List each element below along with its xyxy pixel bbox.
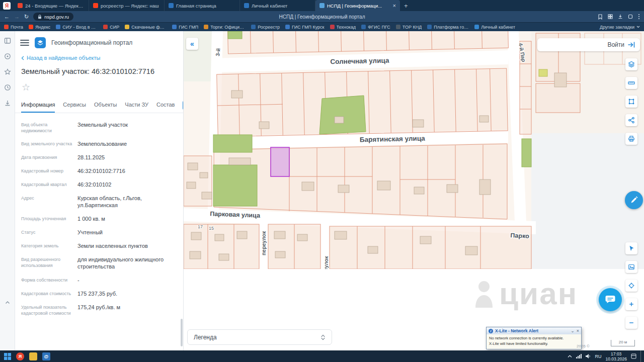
- back-icon[interactable]: ←: [4, 14, 10, 20]
- bookmark-item[interactable]: Скачанные файл...: [125, 25, 167, 30]
- bookmark-item[interactable]: ГИС ГМП: [172, 25, 198, 30]
- share-button[interactable]: [625, 114, 637, 126]
- url-text: nspd.gov.ru: [44, 14, 69, 20]
- map-toolbar-top: [625, 58, 637, 145]
- panel-tab[interactable]: Сервисы: [63, 99, 86, 113]
- network-icon[interactable]: [576, 354, 582, 358]
- panel-tab[interactable]: Части ЗУ: [125, 99, 148, 113]
- draw-button[interactable]: [625, 191, 643, 209]
- show-desktop-strip[interactable]: [640, 350, 643, 362]
- rail-collapse-chevron-icon[interactable]: [4, 299, 11, 306]
- zoom-out-button[interactable]: [625, 317, 637, 329]
- browser-logo-icon[interactable]: Я: [3, 2, 11, 10]
- favorites-star-icon[interactable]: [4, 68, 11, 75]
- panel-tab[interactable]: Информация: [21, 99, 55, 113]
- bookmark-item[interactable]: Личный кабинет: [474, 25, 515, 30]
- info-rows: Вид объекта недвижимости Земельный участ…: [15, 113, 183, 316]
- panel-scrollbar[interactable]: [181, 319, 183, 346]
- layers-button[interactable]: [625, 58, 637, 70]
- cadastral-map[interactable]: Солнечная улица Барятинская улица Парков…: [184, 31, 644, 269]
- measure-button[interactable]: [625, 77, 637, 89]
- back-to-results-link[interactable]: Назад в найденные объекты: [21, 55, 183, 61]
- xlite-alert-window: i X-Lite - Network Alert ⌄ × No network …: [486, 327, 582, 349]
- url-field[interactable]: nspd.gov.ru: [33, 13, 73, 21]
- forward-icon[interactable]: →: [14, 14, 20, 20]
- expand-collapse-icon: [320, 334, 326, 341]
- extensions-icon[interactable]: [628, 14, 633, 19]
- bookmark-item[interactable]: Торги: Официаль...: [204, 25, 246, 30]
- map-scalebar: 20 м: [611, 340, 635, 346]
- chat-support-button[interactable]: [599, 288, 622, 311]
- download-icon[interactable]: [618, 14, 623, 19]
- zoom-in-button[interactable]: [625, 298, 637, 310]
- downloads-icon[interactable]: [4, 100, 11, 107]
- screenshot-button[interactable]: [625, 261, 637, 273]
- panels-icon[interactable]: [4, 37, 11, 44]
- content: Геоинформационный портал Назад в найденн…: [0, 31, 644, 350]
- ruler-icon: [628, 79, 635, 86]
- panel-tab[interactable]: Объекты: [94, 99, 117, 113]
- bookmark-favicon: [285, 25, 290, 29]
- bookmark-item[interactable]: ГИС ГМП Курск: [285, 25, 325, 30]
- bookmark-item[interactable]: Технокад: [330, 25, 356, 30]
- bookmark-item[interactable]: Росреестр: [251, 25, 280, 30]
- info-row: Вид объекта недвижимости Земельный участ…: [21, 121, 176, 134]
- panel-collapse-button[interactable]: «: [186, 38, 198, 50]
- browser-tab[interactable]: росреестр — Яндекс: наш ×: [89, 0, 165, 11]
- bookmark-item[interactable]: ФГИС ПГС: [361, 25, 390, 30]
- start-button-icon[interactable]: [4, 353, 11, 360]
- bookmark-item[interactable]: ТОР КНД: [396, 25, 422, 30]
- menu-dots-icon[interactable]: [638, 14, 640, 20]
- portal-logo-icon[interactable]: [35, 37, 46, 48]
- info-row-label: Кадастровый номер: [21, 167, 72, 174]
- browser-side-rail: [0, 31, 15, 350]
- selected-parcel[interactable]: [271, 147, 289, 176]
- taskbar-app-browser-icon[interactable]: Я: [16, 352, 24, 360]
- taskbar-clock[interactable]: 17:03 10.03.2026: [605, 351, 627, 361]
- bookmark-item[interactable]: Платформа госус: [427, 25, 469, 30]
- xlite-titlebar[interactable]: i X-Lite - Network Alert ⌄ ×: [487, 327, 581, 334]
- select-area-button[interactable]: [625, 96, 637, 108]
- street-label: еулок: [323, 255, 329, 269]
- menu-hamburger-icon[interactable]: [20, 39, 29, 46]
- browser-tab[interactable]: Личный кабинет ×: [240, 0, 315, 11]
- bookmark-item[interactable]: Яндекс: [29, 25, 50, 30]
- tab-close-icon[interactable]: ×: [393, 3, 396, 9]
- house-number: 17: [198, 224, 203, 229]
- panel-tab[interactable]: Состав: [156, 99, 175, 113]
- info-row-label: Вид земельного участка: [21, 140, 72, 147]
- tray-chevron-up-icon[interactable]: [568, 355, 572, 358]
- keyboard-language[interactable]: RU: [595, 354, 601, 359]
- login-button[interactable]: Войти: [537, 38, 640, 51]
- legend-dropdown[interactable]: Легенда: [187, 329, 332, 345]
- image-icon: [628, 263, 635, 270]
- print-button[interactable]: [625, 133, 637, 145]
- other-bookmarks-button[interactable]: Другие закладки: [600, 25, 640, 30]
- browser-tab[interactable]: Главная страница ×: [165, 0, 240, 11]
- geolocate-button[interactable]: [625, 280, 637, 292]
- favorite-star-icon[interactable]: ☆: [22, 82, 30, 92]
- collections-icon[interactable]: [608, 14, 613, 19]
- new-tab-button[interactable]: +: [404, 2, 408, 10]
- browser-tab[interactable]: 24 - Входящие — Яндекс П ×: [14, 0, 89, 11]
- identify-button[interactable]: [625, 242, 637, 254]
- volume-icon[interactable]: [586, 354, 591, 358]
- bookmark-flag-icon[interactable]: [598, 14, 603, 20]
- taskbar-app-mail-icon[interactable]: @: [42, 352, 50, 360]
- bookmark-label: ГИС ГМП Курск: [292, 25, 325, 30]
- bookmark-item[interactable]: Почта: [4, 25, 23, 30]
- bookmark-item[interactable]: СИР: [103, 25, 119, 30]
- bookmark-label: Технокад: [337, 25, 356, 30]
- bookmark-item[interactable]: СИУ - Вход в сист: [56, 25, 98, 30]
- system-tray: RU 17:03 10.03.2026: [568, 350, 644, 362]
- notifications-icon[interactable]: [631, 353, 636, 359]
- taskbar-app-explorer-icon[interactable]: [29, 352, 37, 360]
- browser-tab[interactable]: НСПД | Геоинформаци... ×: [315, 0, 400, 11]
- reload-icon[interactable]: ↻: [24, 14, 29, 20]
- bookmark-favicon: [56, 25, 60, 29]
- assistant-icon[interactable]: [4, 53, 11, 60]
- bookmark-label: Скачанные файл...: [131, 25, 167, 30]
- xlite-minimize-icon[interactable]: ⌄: [571, 329, 575, 333]
- xlite-close-icon[interactable]: ×: [577, 329, 579, 333]
- history-clock-icon[interactable]: [4, 84, 11, 91]
